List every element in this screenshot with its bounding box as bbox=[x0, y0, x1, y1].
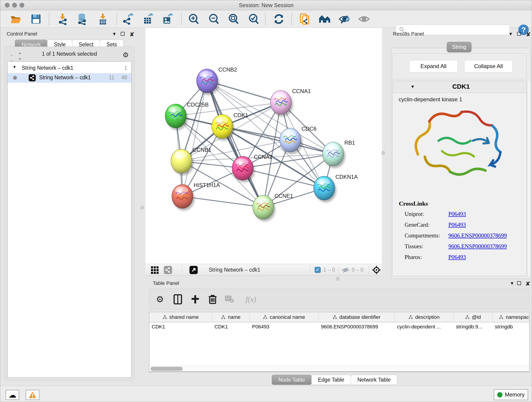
close-panel-icon[interactable]: ✘ bbox=[129, 31, 134, 38]
eye-disabled-icon bbox=[358, 13, 370, 25]
node-CDC6[interactable]: CDC6 bbox=[280, 126, 317, 154]
delete-columns-trash-icon[interactable] bbox=[206, 293, 219, 306]
column-header-description[interactable]: description bbox=[395, 312, 454, 322]
selected-checkbox-icon[interactable]: ✓ bbox=[315, 267, 321, 273]
network-selection-bar: ⌄⌄ ⌃⌃ 1 of 1 Network selected ⚙ bbox=[5, 51, 134, 60]
delete-table-icon[interactable] bbox=[223, 293, 236, 306]
close-panel-icon[interactable]: ✘ bbox=[525, 280, 530, 287]
zoom-selected-button[interactable] bbox=[247, 13, 260, 26]
tab-network-table[interactable]: Network Table bbox=[351, 375, 397, 385]
node-CCNB2[interactable]: CCNB2 bbox=[196, 66, 237, 95]
column-header-canonical-name[interactable]: canonical name bbox=[250, 312, 319, 322]
network-row-selected[interactable]: String Network – cdk1 11 48 bbox=[7, 73, 131, 83]
create-column-icon[interactable] bbox=[189, 293, 202, 306]
show-hide-graphics-button[interactable] bbox=[338, 13, 351, 26]
expand-all-button[interactable]: Expand All bbox=[409, 60, 458, 72]
column-header--id[interactable]: @id bbox=[454, 312, 493, 322]
left-splitter-handle[interactable] bbox=[140, 206, 144, 210]
birdseye-button[interactable] bbox=[358, 13, 370, 26]
zoom-fit-button[interactable] bbox=[227, 13, 240, 26]
open-in-window-icon[interactable] bbox=[190, 266, 198, 274]
import-table-from-file-button[interactable] bbox=[96, 13, 109, 26]
crosslink-link[interactable]: 9606.ENSP00000378699 bbox=[448, 232, 507, 239]
zoom-in-button[interactable] bbox=[187, 13, 200, 26]
node-HIST1H1A[interactable]: HIST1H1A bbox=[172, 182, 220, 211]
node-CCNB1[interactable]: CCNB1 bbox=[171, 147, 211, 175]
title-bar: Session: New Session bbox=[0, 0, 532, 10]
export-image-button[interactable] bbox=[161, 13, 173, 26]
import-network-from-database-button[interactable] bbox=[75, 13, 88, 26]
network-thumbnail-icon[interactable] bbox=[164, 266, 172, 274]
cloud-status-button[interactable]: ☁ bbox=[6, 390, 19, 400]
table-cell[interactable]: stringdb bbox=[493, 322, 530, 332]
toolbar-separator bbox=[265, 13, 266, 25]
tab-node-table[interactable]: Node Table bbox=[272, 375, 312, 385]
results-panel: Results Panel ▼ ✘ String Expand All Coll… bbox=[390, 29, 532, 279]
network-tree: ▼ String Network – cdk1 1 String Network… bbox=[7, 61, 132, 378]
database-icon bbox=[76, 13, 88, 25]
node-RB1[interactable]: RB1 bbox=[323, 140, 355, 168]
export-network-button[interactable] bbox=[122, 13, 134, 26]
float-panel-icon[interactable]: ▼ bbox=[112, 32, 117, 37]
crosslink-link[interactable]: 9606.ENSP00000378699 bbox=[448, 243, 507, 249]
node-CDK1[interactable]: CDK1 bbox=[212, 112, 248, 141]
memory-button[interactable]: Memory bbox=[494, 389, 528, 400]
warnings-button[interactable] bbox=[26, 390, 39, 400]
node-CCNE1[interactable]: CCNE1 bbox=[253, 193, 293, 221]
export-table-button[interactable] bbox=[141, 13, 154, 26]
hidden-eye-icon[interactable] bbox=[342, 267, 349, 274]
node-CDC25B[interactable]: CDC25B bbox=[165, 102, 209, 130]
collapse-arrow-icon[interactable]: ▼ bbox=[13, 65, 17, 70]
column-header-shared-name[interactable]: shared name bbox=[149, 312, 212, 322]
table-hscrollbar[interactable] bbox=[149, 366, 529, 371]
table-cell[interactable]: stringdb:9... bbox=[454, 322, 493, 332]
column-header-name[interactable]: name bbox=[212, 312, 250, 322]
table-cell[interactable]: CDK1 bbox=[212, 322, 250, 332]
crosslink-link[interactable]: P06493 bbox=[448, 211, 466, 217]
table-cell[interactable]: P06493 bbox=[250, 322, 319, 332]
network-from-selection-button[interactable] bbox=[298, 13, 311, 26]
crosslink-link[interactable]: P06493 bbox=[448, 222, 466, 228]
table-cell[interactable]: CDK1 bbox=[149, 322, 212, 332]
crosslink-link[interactable]: P06493 bbox=[448, 254, 466, 260]
column-header-database-identifier[interactable]: database identifier bbox=[319, 312, 395, 322]
close-panel-icon[interactable]: ✘ bbox=[526, 31, 531, 38]
table-options-gear-icon[interactable]: ⚙ bbox=[153, 293, 166, 306]
save-session-button[interactable] bbox=[30, 13, 42, 26]
string-network-graph[interactable]: CCNB2CCNA1CDC25BCDK1CDC6RB1CCNB1CCNA2CDK… bbox=[146, 28, 382, 264]
network-options-gear-icon[interactable]: ⚙ bbox=[123, 51, 129, 59]
undock-panel-icon[interactable] bbox=[517, 32, 521, 36]
float-panel-icon[interactable]: ▼ bbox=[508, 32, 513, 37]
right-splitter-handle[interactable] bbox=[381, 151, 385, 155]
column-header-namespace[interactable]: namespace bbox=[493, 312, 530, 322]
table-cell[interactable]: cyclin-dependent ... bbox=[395, 322, 454, 332]
float-panel-icon[interactable]: ▼ bbox=[510, 281, 514, 286]
network-collection-row[interactable]: ▼ String Network – cdk1 1 bbox=[7, 64, 131, 73]
undock-panel-icon[interactable] bbox=[121, 32, 125, 36]
collapse-arrow-icon[interactable]: ▼ bbox=[411, 84, 415, 89]
function-builder-icon[interactable]: f(x) bbox=[241, 293, 261, 306]
table-cell[interactable]: 9606.ENSP00000378699 bbox=[319, 322, 395, 332]
node-CDKN1A[interactable]: CDKN1A bbox=[314, 174, 358, 202]
collapse-all-button[interactable]: Collapse All bbox=[464, 60, 513, 72]
network-canvas[interactable]: CCNB2CCNA1CDC25BCDK1CDC6RB1CCNB1CCNA2CDK… bbox=[146, 28, 382, 264]
protein-card-header[interactable]: ▼ CDK1 bbox=[393, 81, 526, 93]
show-columns-icon[interactable] bbox=[171, 293, 184, 306]
table-hscroll-thumb[interactable] bbox=[151, 367, 183, 371]
home-button[interactable] bbox=[318, 13, 331, 26]
node-CCNA1[interactable]: CCNA1 bbox=[270, 88, 311, 117]
tab-edge-table[interactable]: Edge Table bbox=[311, 375, 351, 385]
results-scrollbar-track[interactable] bbox=[527, 81, 530, 276]
string-results-tab[interactable]: String bbox=[447, 42, 472, 52]
open-session-button[interactable] bbox=[9, 13, 22, 26]
table-row[interactable]: CDK1CDK1P064939606.ENSP00000378699cyclin… bbox=[149, 322, 529, 332]
grid-view-icon[interactable] bbox=[151, 266, 159, 274]
fit-selected-crosshair-icon[interactable] bbox=[372, 265, 381, 274]
crosslinks-heading: CrossLinks bbox=[399, 200, 428, 207]
zoom-out-button[interactable] bbox=[207, 13, 220, 26]
node-label-CDC6: CDC6 bbox=[302, 126, 317, 132]
refresh-button[interactable] bbox=[272, 13, 285, 26]
protein-name: CDK1 bbox=[452, 83, 470, 90]
import-network-from-file-button[interactable] bbox=[56, 13, 69, 26]
undock-panel-icon[interactable] bbox=[517, 281, 521, 285]
